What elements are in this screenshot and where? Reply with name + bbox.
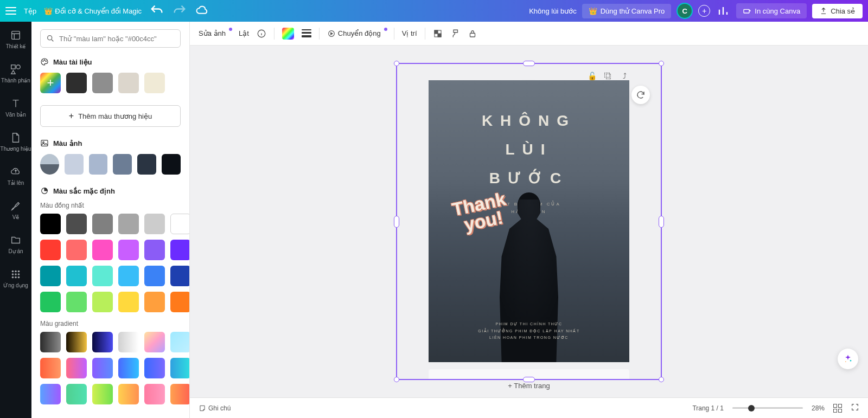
zoom-slider[interactable] <box>732 407 803 409</box>
color-swatch[interactable] <box>66 292 87 312</box>
color-swatch[interactable] <box>92 73 113 93</box>
resize-handle[interactable] <box>659 216 664 228</box>
resize-handle[interactable] <box>659 61 664 66</box>
add-brand-color-button[interactable]: +Thêm màu thương hiệu <box>40 105 181 127</box>
photo-swatch[interactable] <box>40 154 59 175</box>
rail-uploads[interactable]: Tải lên <box>8 164 24 188</box>
resize-handle[interactable] <box>523 377 535 382</box>
color-swatch[interactable] <box>118 240 139 260</box>
gradient-swatch[interactable] <box>144 332 165 352</box>
notes-button[interactable]: Ghi chú <box>199 404 231 412</box>
color-swatch[interactable] <box>170 214 190 234</box>
rail-brand[interactable]: Thương hiệu <box>1 130 31 154</box>
gradient-swatch[interactable] <box>92 384 113 404</box>
color-swatch[interactable] <box>118 292 139 312</box>
animate-button[interactable]: Chuyển động <box>327 29 386 38</box>
gradient-swatch[interactable] <box>144 358 165 378</box>
color-swatch[interactable] <box>40 240 61 260</box>
position-button[interactable]: Vị trí <box>402 29 417 37</box>
color-search[interactable] <box>40 29 181 48</box>
color-swatch[interactable] <box>144 73 165 93</box>
rail-apps[interactable]: Ứng dụng <box>3 266 28 291</box>
share-button[interactable]: Chia sẻ <box>812 4 863 18</box>
add-member-button[interactable]: + <box>698 5 710 17</box>
color-swatch[interactable] <box>137 154 156 175</box>
color-swatch[interactable] <box>170 240 190 260</box>
document-name[interactable]: Không lùi bước <box>529 7 577 15</box>
redo-button[interactable] <box>172 3 187 18</box>
print-button[interactable]: In cùng Canva <box>736 3 807 18</box>
color-swatch[interactable] <box>144 214 165 234</box>
color-swatch[interactable] <box>144 292 165 312</box>
undo-button[interactable] <box>149 3 164 18</box>
gradient-swatch[interactable] <box>66 332 87 352</box>
fullscreen-button[interactable] <box>851 403 859 413</box>
gradient-swatch[interactable] <box>170 358 190 378</box>
color-swatch[interactable] <box>118 73 139 93</box>
copy-style-button[interactable] <box>450 29 460 38</box>
rail-draw[interactable]: Vẽ <box>10 198 22 222</box>
border-weight-button[interactable] <box>302 29 311 37</box>
gradient-swatch[interactable] <box>92 332 113 352</box>
color-swatch[interactable] <box>170 292 190 312</box>
rail-text[interactable]: Văn bản <box>5 95 26 120</box>
info-button[interactable] <box>257 29 266 38</box>
color-swatch[interactable] <box>144 266 165 286</box>
gradient-swatch[interactable] <box>92 358 113 378</box>
color-swatch[interactable] <box>92 292 113 312</box>
menu-button[interactable] <box>5 7 16 15</box>
color-swatch[interactable] <box>66 240 87 260</box>
gradient-swatch[interactable] <box>170 332 190 352</box>
color-swatch[interactable] <box>66 266 87 286</box>
resize-handle[interactable] <box>394 216 399 228</box>
color-swatch[interactable] <box>92 240 113 260</box>
gradient-swatch[interactable] <box>118 358 139 378</box>
color-swatch[interactable] <box>40 292 61 312</box>
gradient-swatch[interactable] <box>40 384 61 404</box>
rail-elements[interactable]: Thành phần <box>1 61 30 86</box>
color-swatch[interactable] <box>144 240 165 260</box>
insights-button[interactable] <box>716 3 731 18</box>
add-color-swatch[interactable]: + <box>40 73 61 93</box>
file-menu[interactable]: Tệp <box>24 7 36 15</box>
color-swatch[interactable] <box>113 154 132 175</box>
color-swatch[interactable] <box>170 266 190 286</box>
flip-button[interactable]: Lật <box>239 29 249 37</box>
add-page-button[interactable]: + Thêm trang <box>508 382 550 390</box>
color-swatch[interactable] <box>40 214 61 234</box>
color-swatch[interactable] <box>66 73 87 93</box>
gradient-swatch[interactable] <box>40 358 61 378</box>
color-swatch[interactable] <box>65 154 84 175</box>
try-pro-button[interactable]: 👑Dùng thử Canva Pro <box>582 4 672 18</box>
gradient-swatch[interactable] <box>40 332 61 352</box>
zoom-value[interactable]: 28% <box>812 404 825 412</box>
color-swatch[interactable] <box>40 266 61 286</box>
color-picker-button[interactable] <box>282 28 294 40</box>
color-swatch[interactable] <box>118 214 139 234</box>
resize-handle[interactable] <box>523 61 535 66</box>
color-swatch[interactable] <box>118 266 139 286</box>
color-swatch[interactable] <box>66 214 87 234</box>
regenerate-button[interactable] <box>631 86 650 104</box>
color-swatch[interactable] <box>92 266 113 286</box>
grid-view-button[interactable] <box>833 404 842 413</box>
cloud-sync-icon[interactable] <box>195 3 210 18</box>
gradient-swatch[interactable] <box>66 358 87 378</box>
avatar[interactable]: C <box>676 3 693 19</box>
search-input[interactable] <box>59 35 175 43</box>
edit-image-button[interactable]: Sửa ảnh <box>199 29 231 37</box>
lock-button[interactable] <box>468 29 477 38</box>
resize-handle[interactable] <box>394 377 399 382</box>
gradient-swatch[interactable] <box>66 384 87 404</box>
magic-fab[interactable] <box>838 349 858 369</box>
rail-design[interactable]: Thiết kế <box>6 27 25 52</box>
color-swatch[interactable] <box>162 154 181 175</box>
transparency-button[interactable] <box>433 29 443 38</box>
gradient-swatch[interactable] <box>118 332 139 352</box>
color-swatch[interactable] <box>89 154 108 175</box>
rail-projects[interactable]: Dự án <box>8 232 23 256</box>
resize-handle[interactable] <box>659 377 664 382</box>
selection-box[interactable]: 🔓 ⿻ ⤴ KHÔNGLÙIBƯỚC MỘT BỘ PHIM CỦAHÀM TR… <box>396 63 662 380</box>
gradient-swatch[interactable] <box>144 384 165 404</box>
resize-handle[interactable] <box>394 61 399 66</box>
